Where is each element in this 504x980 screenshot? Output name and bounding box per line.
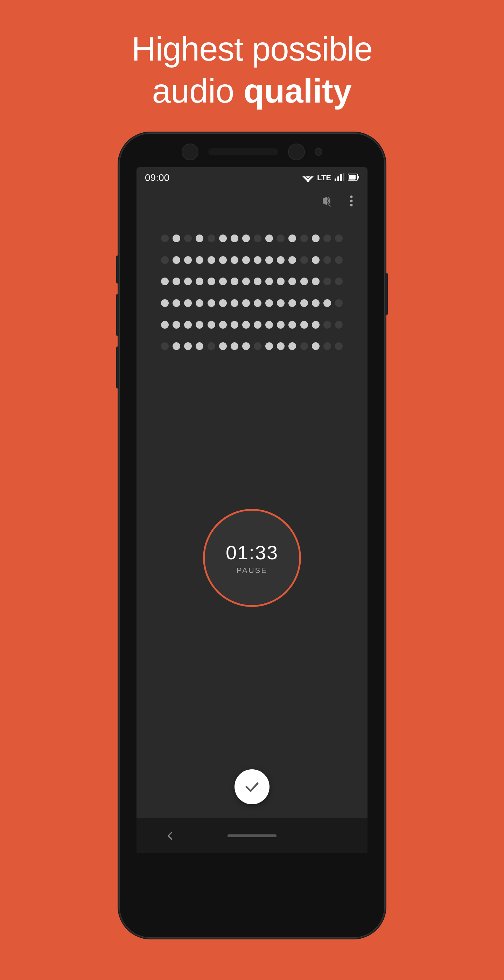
header-section: Highest possible audio quality [132, 28, 372, 112]
visualizer-dot [196, 256, 204, 264]
visualizer-dot [323, 278, 331, 285]
header-line1: Highest possible [132, 28, 372, 70]
visualizer-dot [335, 321, 343, 329]
visualizer-dot [219, 256, 227, 264]
visualizer-dot [161, 234, 169, 242]
visualizer-dot [173, 278, 180, 285]
visualizer-dot [173, 342, 180, 350]
signal-icon [335, 173, 344, 183]
visualizer-dot [254, 342, 261, 350]
visualizer-dot [173, 256, 180, 264]
proximity-sensor [315, 148, 322, 156]
audio-visualizer [137, 213, 367, 368]
visualizer-dot [219, 234, 227, 242]
visualizer-dot [231, 278, 238, 285]
visualizer-dot [265, 299, 273, 307]
visualizer-dot [277, 321, 285, 329]
lte-label: LTE [317, 173, 331, 182]
timer-circle[interactable]: 01:33 PAUSE [203, 509, 301, 607]
phone-shell: 09:00 LTE [119, 133, 385, 938]
bottom-section [137, 741, 367, 818]
volume-up-button [116, 256, 119, 283]
visualizer-dot [323, 342, 331, 350]
visualizer-dot [277, 234, 285, 242]
visualizer-dot [242, 278, 250, 285]
visualizer-dot [184, 256, 192, 264]
visualizer-dot [231, 342, 238, 350]
visualizer-dot [208, 278, 215, 285]
visualizer-dot [161, 342, 169, 350]
back-button[interactable] [164, 830, 176, 842]
svg-point-14 [350, 204, 353, 207]
visualizer-dot [161, 299, 169, 307]
visualizer-dot [184, 299, 192, 307]
visualizer-dot [335, 299, 343, 307]
visualizer-dot [184, 234, 192, 242]
more-options-icon[interactable] [342, 192, 361, 210]
confirm-button[interactable] [234, 769, 270, 804]
volume-down-button [116, 294, 119, 336]
visualizer-dot [219, 321, 227, 329]
visualizer-dot [288, 342, 296, 350]
visualizer-dot [219, 278, 227, 285]
timer-section: 01:33 PAUSE [137, 481, 367, 628]
svg-point-13 [350, 200, 353, 202]
header-line2-normal: audio [152, 72, 244, 110]
visualizer-dot [173, 321, 180, 329]
svg-rect-5 [337, 177, 339, 181]
visualizer-dot [242, 299, 250, 307]
visualizer-dot [196, 342, 204, 350]
visualizer-dot [242, 256, 250, 264]
visualizer-dot [254, 299, 261, 307]
visualizer-dot [254, 234, 261, 242]
status-bar: 09:00 LTE [137, 167, 367, 188]
visualizer-dot [300, 234, 308, 242]
wifi-icon [302, 173, 313, 182]
svg-rect-10 [358, 176, 359, 178]
visualizer-dot [288, 256, 296, 264]
visualizer-dot [312, 234, 320, 242]
visualizer-dot [300, 299, 308, 307]
dot-grid [161, 234, 343, 361]
visualizer-dot [312, 321, 320, 329]
visualizer-dot [288, 234, 296, 242]
visualizer-dot [312, 278, 320, 285]
visualizer-dot [277, 299, 285, 307]
visualizer-dot [184, 278, 192, 285]
visualizer-dot [161, 321, 169, 329]
visualizer-dot [208, 321, 215, 329]
visualizer-dot [265, 234, 273, 242]
visualizer-dot [288, 299, 296, 307]
visualizer-dot [161, 256, 169, 264]
visualizer-dot [231, 256, 238, 264]
visualizer-dot [323, 256, 331, 264]
visualizer-dot [173, 234, 180, 242]
speaker-grille [208, 148, 278, 155]
visualizer-dot [254, 256, 261, 264]
visualizer-dot [242, 342, 250, 350]
visualizer-dot [161, 278, 169, 285]
visualizer-dot [208, 234, 215, 242]
visualizer-dot [323, 299, 331, 307]
visualizer-dot [277, 256, 285, 264]
camera-button [116, 347, 119, 388]
visualizer-dot [231, 299, 238, 307]
visualizer-dot [173, 299, 180, 307]
home-pill[interactable] [227, 834, 277, 837]
visualizer-dot [288, 278, 296, 285]
visualizer-dot [277, 278, 285, 285]
visualizer-dot [231, 234, 238, 242]
timer-pause-label: PAUSE [237, 566, 267, 575]
visualizer-dot [219, 299, 227, 307]
svg-point-12 [350, 196, 353, 198]
visualizer-dot [196, 234, 204, 242]
voice-recorder-icon[interactable] [317, 192, 335, 210]
visualizer-dot [231, 321, 238, 329]
visualizer-dot [242, 234, 250, 242]
front-camera-left [182, 143, 199, 160]
visualizer-dot [208, 342, 215, 350]
header-line2-bold: quality [243, 72, 352, 110]
visualizer-dot [208, 299, 215, 307]
visualizer-dot [288, 321, 296, 329]
visualizer-dot [312, 299, 320, 307]
